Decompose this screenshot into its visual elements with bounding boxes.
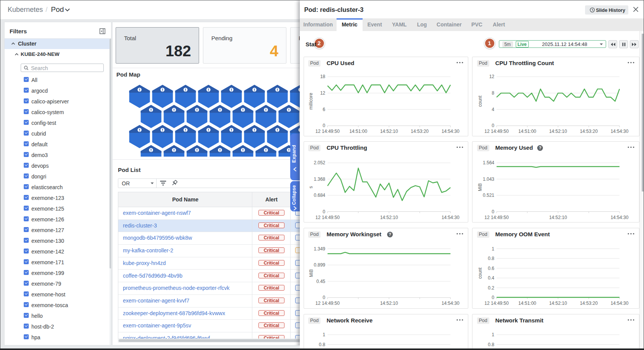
svg-text:0.8: 0.8 bbox=[319, 342, 325, 347]
svg-text:14:54:30: 14:54:30 bbox=[441, 129, 459, 134]
svg-text:1: 1 bbox=[492, 332, 494, 337]
svg-text:14:52:10: 14:52:10 bbox=[380, 215, 398, 220]
svg-text:12 14:49:50: 12 14:49:50 bbox=[315, 301, 340, 306]
svg-text:0.521: 0.521 bbox=[483, 193, 494, 198]
svg-text:0.45: 0.45 bbox=[316, 279, 325, 284]
svg-text:14:51:00: 14:51:00 bbox=[518, 301, 536, 306]
svg-text:14:54:30: 14:54:30 bbox=[611, 215, 629, 220]
svg-text:millicore: millicore bbox=[308, 93, 314, 110]
svg-text:0.2: 0.2 bbox=[488, 285, 494, 291]
svg-text:0.684: 0.684 bbox=[314, 193, 325, 198]
svg-text:14:54:30: 14:54:30 bbox=[611, 129, 629, 134]
svg-text:1: 1 bbox=[322, 332, 325, 337]
svg-text:2.052: 2.052 bbox=[314, 160, 325, 165]
svg-text:1: 1 bbox=[492, 246, 494, 252]
svg-text:12: 12 bbox=[489, 74, 495, 79]
svg-text:14:53:20: 14:53:20 bbox=[580, 129, 598, 134]
svg-text:14:53:20: 14:53:20 bbox=[580, 301, 598, 306]
svg-text:14:54:30: 14:54:30 bbox=[441, 301, 459, 306]
svg-text:s: s bbox=[308, 186, 314, 188]
svg-text:count: count bbox=[477, 267, 483, 279]
svg-text:0: 0 bbox=[492, 123, 494, 128]
svg-text:0.4: 0.4 bbox=[488, 275, 494, 281]
svg-text:0.8: 0.8 bbox=[488, 256, 494, 261]
svg-text:1.564: 1.564 bbox=[483, 160, 494, 165]
svg-text:MiB: MiB bbox=[477, 183, 483, 191]
svg-text:14:51:00: 14:51:00 bbox=[518, 129, 536, 134]
svg-text:0: 0 bbox=[322, 295, 325, 300]
svg-text:1.368: 1.368 bbox=[314, 177, 325, 182]
svg-text:14:52:10: 14:52:10 bbox=[549, 129, 567, 134]
svg-text:count: count bbox=[477, 95, 483, 107]
svg-text:18: 18 bbox=[320, 74, 325, 79]
svg-text:14:52:10: 14:52:10 bbox=[380, 129, 398, 134]
svg-text:4: 4 bbox=[492, 107, 494, 112]
svg-text:12: 12 bbox=[320, 90, 325, 96]
svg-text:6: 6 bbox=[322, 107, 325, 112]
svg-text:14:52:10: 14:52:10 bbox=[380, 301, 398, 306]
svg-text:14:51:00: 14:51:00 bbox=[349, 129, 367, 134]
svg-text:0: 0 bbox=[492, 209, 494, 214]
svg-text:MiB: MiB bbox=[308, 269, 314, 277]
svg-text:14:54:30: 14:54:30 bbox=[611, 301, 629, 306]
svg-text:12 14:49:50: 12 14:49:50 bbox=[484, 301, 509, 306]
svg-text:8: 8 bbox=[492, 90, 494, 96]
svg-text:0: 0 bbox=[492, 295, 494, 300]
svg-text:12 14:49:50: 12 14:49:50 bbox=[315, 215, 340, 220]
svg-text:0: 0 bbox=[322, 209, 325, 214]
svg-text:1.349: 1.349 bbox=[314, 246, 325, 252]
svg-text:12 14:49:50: 12 14:49:50 bbox=[484, 129, 509, 134]
svg-text:12 14:49:50: 12 14:49:50 bbox=[315, 129, 340, 134]
svg-text:0.899: 0.899 bbox=[314, 262, 325, 268]
svg-text:0.6: 0.6 bbox=[488, 266, 494, 271]
svg-text:14:54:30: 14:54:30 bbox=[441, 215, 459, 220]
svg-text:14:52:10: 14:52:10 bbox=[549, 215, 567, 220]
svg-text:14:53:20: 14:53:20 bbox=[410, 129, 428, 134]
svg-text:0: 0 bbox=[322, 123, 325, 128]
svg-text:12 14:49:50: 12 14:49:50 bbox=[484, 215, 509, 220]
svg-text:0.8: 0.8 bbox=[488, 342, 494, 347]
svg-text:1.043: 1.043 bbox=[483, 177, 494, 182]
svg-text:14:52:10: 14:52:10 bbox=[549, 301, 567, 306]
